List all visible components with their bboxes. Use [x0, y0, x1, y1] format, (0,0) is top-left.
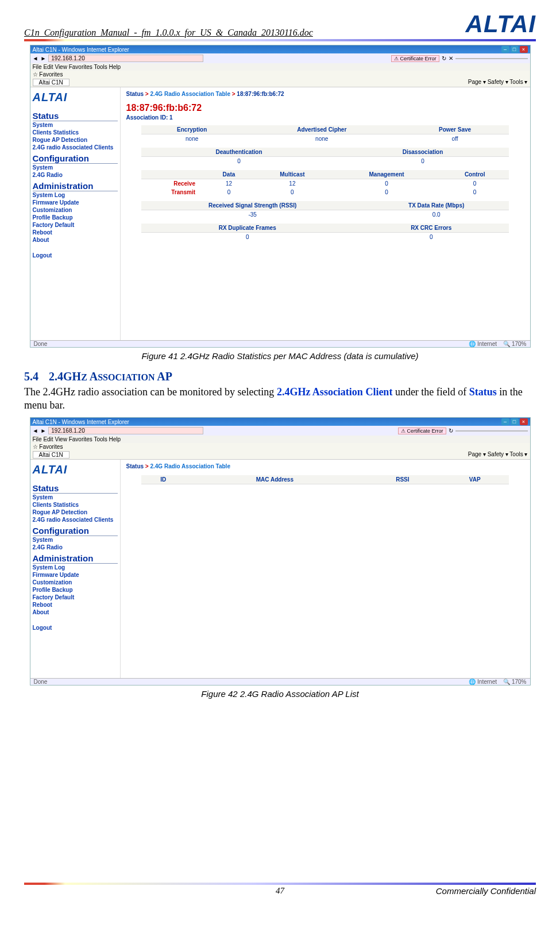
header-rule — [24, 39, 536, 41]
mac-address-title: 18:87:96:fb:b6:72 — [126, 103, 524, 113]
nav-rogue-ap[interactable]: Rogue AP Detection — [33, 509, 118, 516]
nav-logout[interactable]: Logout — [33, 624, 118, 631]
window-titlebar: Altai C1N - Windows Internet Explorer –□… — [30, 418, 530, 426]
browser-menu[interactable]: File Edit View Favorites Tools Help — [30, 63, 530, 71]
nav-profile-backup[interactable]: Profile Backup — [33, 214, 118, 221]
table-deauth: DeauthenticationDisassociation 00 — [141, 148, 509, 165]
nav-back-icon[interactable]: ◄ — [33, 55, 38, 61]
status-done: Done — [34, 679, 48, 685]
nav-clients-statistics[interactable]: Clients Statistics — [33, 501, 118, 509]
nav-reboot[interactable]: Reboot — [33, 229, 118, 236]
nav-assoc-clients[interactable]: 2.4G radio Associated Clients — [33, 516, 118, 523]
window-title-text: Altai C1N - Windows Internet Explorer — [33, 419, 129, 425]
status-bar: Done 🌐 Internet 🔍 170% — [30, 340, 530, 347]
nav-factory-default[interactable]: Factory Default — [33, 594, 118, 601]
nav-clients-statistics[interactable]: Clients Statistics — [33, 129, 118, 136]
status-done: Done — [34, 341, 48, 347]
nav-fwd-icon[interactable]: ► — [40, 55, 46, 61]
nav-about[interactable]: About — [33, 609, 118, 616]
sidebar-logo: ALTAI — [33, 462, 118, 481]
certificate-error[interactable]: ⚠ Certificate Error — [391, 55, 439, 62]
close-icon[interactable]: × — [520, 46, 528, 53]
nav-assoc-clients[interactable]: 2.4G radio Associated Clients — [33, 144, 118, 151]
nav-admin-header: Administration — [33, 553, 118, 564]
nav-sidebar: ALTAI Status System Clients Statistics R… — [30, 460, 121, 678]
nav-logout[interactable]: Logout — [33, 252, 118, 259]
nav-system[interactable]: System — [33, 494, 118, 501]
internet-icon: 🌐 — [469, 679, 476, 685]
table-encryption: EncryptionAdvertised CipherPower Save no… — [141, 125, 509, 143]
section-heading: 5.42.4GHZ ASSOCIATION AP — [24, 370, 536, 383]
search-input[interactable] — [455, 430, 528, 432]
nav-about[interactable]: About — [33, 236, 118, 244]
nav-syslog[interactable]: System Log — [33, 191, 118, 199]
nav-config-header: Configuration — [33, 526, 118, 536]
browser-tab[interactable]: Altai C1N — [33, 451, 69, 459]
content-area: Status > 2.4G Radio Association Table > … — [121, 87, 530, 340]
doc-filename: C1n_Configuration_Manual_-_fm_1.0.0.x_fo… — [24, 28, 313, 38]
browser-menu[interactable]: File Edit View Favorites Tools Help — [30, 436, 530, 443]
table-rssi: Received Signal Strength (RSSI)TX Data R… — [141, 201, 509, 219]
section-body: The 2.4GHz radio association can be moni… — [24, 386, 536, 411]
nav-system[interactable]: System — [33, 121, 118, 129]
nav-profile-backup[interactable]: Profile Backup — [33, 586, 118, 594]
page-number: 47 — [276, 886, 284, 896]
browser-toolbar-right[interactable]: Page ▾ Safety ▾ Tools ▾ — [468, 451, 528, 459]
nav-firmware[interactable]: Firmware Update — [33, 571, 118, 579]
association-id: Association ID: 1 — [126, 114, 524, 121]
stop-icon[interactable]: ✕ — [449, 55, 453, 61]
content-area: Status > 2.4G Radio Association Table ID… — [121, 460, 530, 678]
assoc-ap-table: IDMAC AddressRSSIVAP — [141, 475, 509, 484]
status-bar: Done 🌐 Internet 🔍 170% — [30, 678, 530, 685]
breadcrumb: Status > 2.4G Radio Association Table — [126, 463, 524, 469]
nav-factory-default[interactable]: Factory Default — [33, 221, 118, 229]
nav-rogue-ap[interactable]: Rogue AP Detection — [33, 136, 118, 144]
window-buttons[interactable]: –□× — [500, 418, 528, 425]
nav-status-header: Status — [33, 483, 118, 494]
minimize-icon[interactable]: – — [501, 46, 509, 53]
nav-config-system[interactable]: System — [33, 164, 118, 171]
confidential-label: Commercially Confidential — [436, 886, 536, 896]
nav-reboot[interactable]: Reboot — [33, 601, 118, 609]
nav-admin-header: Administration — [33, 181, 118, 191]
breadcrumb: Status > 2.4G Radio Association Table > … — [126, 91, 524, 97]
address-input[interactable]: 192.168.1.20 — [48, 427, 203, 434]
nav-syslog[interactable]: System Log — [33, 564, 118, 571]
certificate-error[interactable]: ⚠ Certificate Error — [398, 428, 446, 434]
nav-back-icon[interactable]: ◄ — [33, 428, 38, 434]
favorites-bar[interactable]: ☆ Favorites — [30, 71, 530, 78]
table-traffic: DataMulticastManagementControl Receive12… — [141, 170, 509, 197]
address-input[interactable]: 192.168.1.20 — [48, 55, 203, 62]
refresh-icon[interactable]: ↻ — [442, 55, 446, 61]
address-bar[interactable]: ◄► 192.168.1.20 ⚠ Certificate Error ↻ ✕ — [30, 53, 530, 63]
browser-tab[interactable]: Altai C1N — [33, 79, 69, 86]
altai-logo: ALTAI — [466, 10, 536, 38]
nav-status-header: Status — [33, 111, 118, 121]
nav-config-header: Configuration — [33, 153, 118, 164]
favorites-bar[interactable]: ☆ Favorites — [30, 443, 530, 450]
nav-config-system[interactable]: System — [33, 536, 118, 544]
figure-41-caption: Figure 41 2.4GHz Radio Statistics per MA… — [24, 351, 536, 361]
nav-sidebar: ALTAI Status System Clients Statistics R… — [30, 87, 121, 340]
figure-41-screenshot: Altai C1N - Windows Internet Explorer –□… — [30, 45, 531, 348]
window-title-text: Altai C1N - Windows Internet Explorer — [33, 47, 129, 53]
window-titlebar: Altai C1N - Windows Internet Explorer –□… — [30, 45, 530, 53]
nav-firmware[interactable]: Firmware Update — [33, 199, 118, 206]
internet-icon: 🌐 — [469, 341, 476, 347]
browser-toolbar-right[interactable]: Page ▾ Safety ▾ Tools ▾ — [468, 79, 528, 86]
maximize-icon[interactable]: □ — [511, 46, 519, 53]
sidebar-logo: ALTAI — [33, 90, 118, 109]
nav-customization[interactable]: Customization — [33, 206, 118, 214]
nav-fwd-icon[interactable]: ► — [40, 428, 46, 434]
figure-42-screenshot: Altai C1N - Windows Internet Explorer –□… — [30, 417, 531, 685]
figure-42-caption: Figure 42 2.4G Radio Association AP List — [24, 689, 536, 699]
nav-config-radio[interactable]: 2.4G Radio — [33, 171, 118, 179]
nav-config-radio[interactable]: 2.4G Radio — [33, 544, 118, 551]
table-rx-errors: RX Duplicate FramesRX CRC Errors 00 — [141, 224, 509, 241]
nav-customization[interactable]: Customization — [33, 579, 118, 586]
refresh-icon[interactable]: ↻ — [449, 428, 453, 434]
address-bar[interactable]: ◄► 192.168.1.20 ⚠ Certificate Error ↻ — [30, 426, 530, 436]
window-buttons[interactable]: –□× — [500, 46, 528, 53]
search-input[interactable] — [455, 58, 528, 59]
